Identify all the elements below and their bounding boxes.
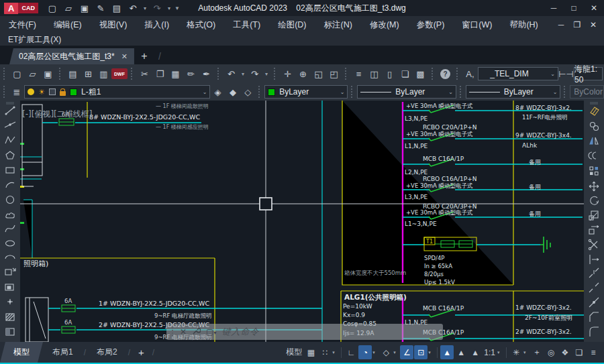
color-dropdown[interactable]: ByLayer ⌄ <box>264 85 348 99</box>
polar-tracking-icon[interactable]: ◔ <box>358 345 372 359</box>
grid-icon[interactable]: ▦ <box>304 345 317 359</box>
break-icon[interactable] <box>589 283 599 292</box>
tab-layout2[interactable]: 布局2 <box>87 342 127 363</box>
line-icon[interactable] <box>5 107 15 115</box>
chevron-down-icon[interactable]: ▾ <box>332 350 338 355</box>
undo-icon[interactable]: ↶ <box>223 66 239 81</box>
extend-icon[interactable] <box>590 255 599 264</box>
zoom-realtime-icon[interactable]: ⊕ <box>295 66 311 81</box>
trim-icon[interactable] <box>589 239 597 249</box>
join-icon[interactable] <box>589 298 599 307</box>
toolbar-grip[interactable] <box>345 68 349 80</box>
menu-file[interactable]: 文件(F) <box>0 16 45 34</box>
doc-restore-button[interactable]: ❐ <box>569 20 585 29</box>
rectangle-icon[interactable] <box>6 168 14 173</box>
edit-properties-icon[interactable]: ✒ <box>199 66 214 81</box>
menu-format[interactable]: 格式(O) <box>178 16 224 34</box>
menu-insert[interactable]: 插入(I) <box>136 16 178 34</box>
offset-icon[interactable] <box>589 152 596 159</box>
gradient-icon[interactable] <box>6 328 14 335</box>
dimension-style-icon[interactable]: ⊢⊣ <box>558 66 574 81</box>
ellipse-arc-icon[interactable] <box>5 255 15 259</box>
stretch-icon[interactable] <box>589 226 599 235</box>
menu-help[interactable]: 帮助(H) <box>501 16 546 34</box>
ellipse-icon[interactable] <box>6 241 15 246</box>
toolbar-grip[interactable] <box>432 68 436 80</box>
lineweight-dropdown[interactable]: ByLayer ⌄ <box>466 85 561 99</box>
break-at-point-icon[interactable] <box>589 268 599 278</box>
layer-previous-icon[interactable]: ◇ <box>240 84 255 99</box>
auto-scale-icon[interactable]: ▲ <box>454 345 468 359</box>
point-icon[interactable] <box>7 299 13 304</box>
doc-minimize-button[interactable]: ─ <box>553 20 569 29</box>
make-block-icon[interactable] <box>5 284 13 290</box>
new-layout-button[interactable]: + <box>132 347 151 358</box>
undo-icon[interactable]: ↶ <box>125 1 140 15</box>
new-drawing-tab-button[interactable]: + <box>134 48 154 64</box>
properties-palette-icon[interactable]: ≡ <box>351 66 366 81</box>
scale-icon[interactable] <box>589 211 598 221</box>
chevron-down-icon[interactable]: ▾ <box>372 350 379 355</box>
workspace-gear-icon[interactable]: ✳ <box>509 345 523 359</box>
model-space-button[interactable]: 模型 <box>285 345 303 359</box>
tool-palettes-icon[interactable]: ▯ <box>382 66 397 81</box>
save-icon[interactable]: ▣ <box>77 1 92 15</box>
close-button[interactable]: ✕ <box>584 0 604 16</box>
move-icon[interactable] <box>589 182 599 191</box>
mirror-icon[interactable] <box>590 137 598 144</box>
command-bar-grip[interactable] <box>172 327 174 337</box>
print-preview-icon[interactable]: ⊞ <box>81 66 96 81</box>
layer-on-icon[interactable] <box>28 88 34 95</box>
quick-calc-icon[interactable]: ▩ <box>413 66 428 81</box>
toolbar-grip[interactable] <box>564 86 568 98</box>
menu-window[interactable]: 窗口(W) <box>453 16 501 34</box>
command-input[interactable]: 键入命令 <box>221 326 259 338</box>
hatch-icon[interactable] <box>6 314 14 320</box>
match-properties-icon[interactable]: ✏ <box>183 66 199 81</box>
spline-icon[interactable] <box>5 225 15 232</box>
command-line-bar[interactable]: ✕ ▢▾ 键入命令 <box>166 324 443 340</box>
toolbar-grip[interactable] <box>274 68 278 80</box>
circle-icon[interactable] <box>7 196 14 204</box>
drawing-canvas[interactable]: 6A 8# WDZN-BYJ-2X2.5-JDG20-CC,WC — 1F 楼梯… <box>20 101 584 342</box>
menu-tools[interactable]: 工具(T) <box>224 16 269 34</box>
toolbar-grip[interactable] <box>59 68 63 80</box>
save-as-icon[interactable]: ✎ <box>93 1 108 15</box>
erase-icon[interactable] <box>591 107 599 115</box>
hailong-scale-box[interactable]: 海龍1: 50 <box>574 67 603 80</box>
autocad-logo-icon[interactable]: A CAD <box>4 1 38 15</box>
copy-icon[interactable] <box>591 123 599 131</box>
document-tab[interactable]: 02高层公区电气施工图_t3* ✕ <box>9 48 134 64</box>
toolbar-grip[interactable] <box>217 68 221 80</box>
isometric-drafting-icon[interactable]: ◇ <box>379 345 393 359</box>
open-folder-icon[interactable]: ▱ <box>61 1 76 15</box>
annotation-monitor-icon[interactable]: ▲ <box>468 345 482 359</box>
toolbar-grip[interactable] <box>456 68 460 80</box>
plus-icon[interactable]: ＋ <box>530 345 544 359</box>
tab-layout1[interactable]: 布局1 <box>43 342 83 363</box>
array-icon[interactable] <box>590 167 598 175</box>
polygon-icon[interactable] <box>6 151 14 159</box>
publish-dwf-icon[interactable]: DWF <box>111 68 128 79</box>
paste-icon[interactable]: ▦ <box>168 66 183 81</box>
toolbar-grip[interactable] <box>460 86 464 98</box>
annotation-visibility-icon[interactable]: ▲ <box>440 345 454 359</box>
chamfer-icon[interactable] <box>590 312 599 322</box>
chevron-down-icon[interactable]: ▾ <box>428 350 434 355</box>
undo-caret-icon[interactable]: ▾ <box>239 66 247 81</box>
layer-unlock-icon[interactable] <box>60 91 66 96</box>
toolbar-grip[interactable] <box>131 68 135 80</box>
viewport-controls-label[interactable]: [-][俯视][二维线框] <box>22 109 92 119</box>
undo-caret-icon[interactable]: ▾ <box>142 1 148 15</box>
make-object-layer-current-icon[interactable]: ◈ <box>210 84 225 99</box>
close-icon[interactable]: ✕ <box>180 327 187 337</box>
new-file-icon[interactable]: ▢ <box>45 1 60 15</box>
isolate-objects-icon[interactable]: ◎ <box>544 345 558 359</box>
fillet-icon[interactable] <box>590 327 599 337</box>
linetype-dropdown[interactable]: ByLayer ⌄ <box>357 85 456 99</box>
object-snap-tracking-icon[interactable]: ∠ <box>400 345 413 359</box>
print-icon[interactable]: ▤ <box>65 66 81 81</box>
toolbar-grip[interactable] <box>590 103 598 104</box>
help-icon[interactable]: ? <box>438 66 453 81</box>
text-style-icon[interactable]: A, <box>462 66 478 81</box>
